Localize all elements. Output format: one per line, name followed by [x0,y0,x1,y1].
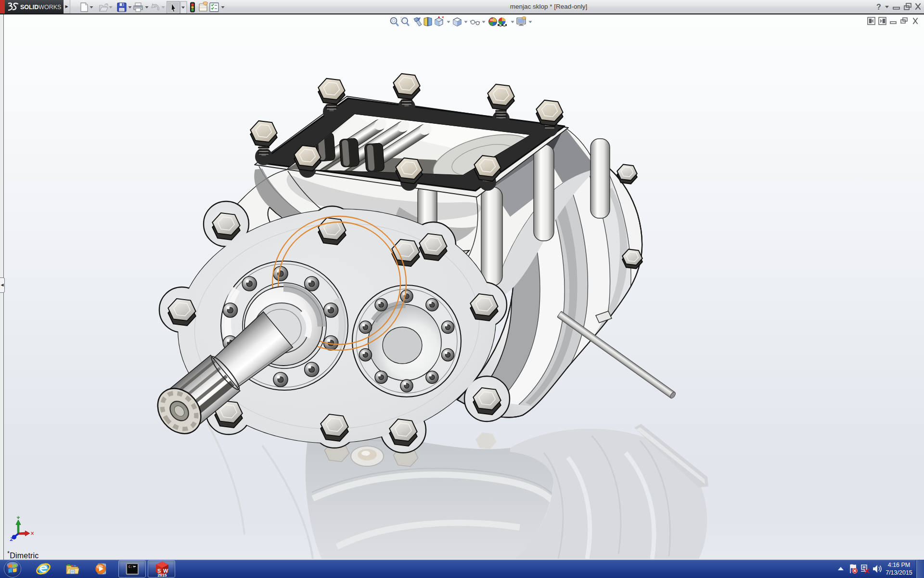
svg-text:SOLIDWORKS: SOLIDWORKS [20,4,61,11]
svg-text:?: ? [876,3,881,11]
